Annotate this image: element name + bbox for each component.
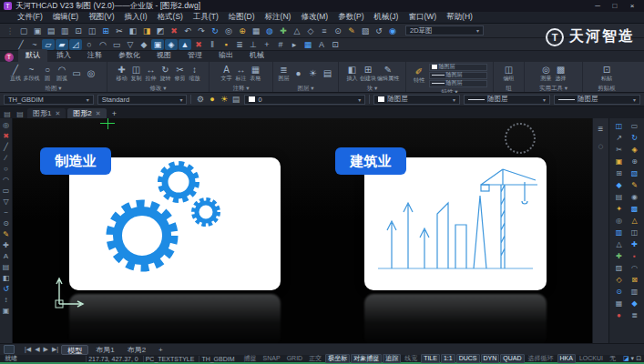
menu-item[interactable]: 帮助(H) xyxy=(442,12,477,23)
ribbon-tool[interactable]: ◎ xyxy=(85,68,98,79)
tool-icon[interactable]: ⊠ xyxy=(629,274,640,285)
tool-icon[interactable]: ✖ xyxy=(1,131,12,141)
toolbar-icon[interactable]: △ xyxy=(291,25,303,36)
toolbar-icon[interactable]: ▲ xyxy=(179,39,191,50)
ribbon-tool[interactable]: ↻旋转 xyxy=(158,65,172,82)
tool-icon[interactable]: ✚ xyxy=(1,240,12,250)
ribbon-tool[interactable]: ▦表格 xyxy=(249,65,262,82)
toolbar-icon[interactable]: ⊡ xyxy=(329,39,342,50)
ribbon-tool[interactable]: ≣图层 xyxy=(277,65,291,82)
tool-icon[interactable]: ▨ xyxy=(613,262,625,273)
toolbar-icon[interactable]: ◿ xyxy=(69,39,82,50)
tool-icon[interactable]: ⊞ xyxy=(613,167,625,178)
manufacturing-card[interactable] xyxy=(69,157,281,290)
status-toggle[interactable]: SNAP xyxy=(261,354,283,363)
toolbar-icon[interactable]: ↻ xyxy=(209,25,221,36)
toolbar-icon[interactable]: ⊕ xyxy=(236,25,249,36)
status-toggle[interactable]: 正交 xyxy=(306,354,324,363)
status-toggle[interactable]: 无 xyxy=(607,354,618,363)
tool-icon[interactable]: ✦ xyxy=(613,203,625,214)
status-toggle[interactable]: 极坐标 xyxy=(325,354,350,363)
toolbar-icon[interactable]: ▣ xyxy=(31,25,44,36)
status-toggle[interactable]: 对象捕捉 xyxy=(351,354,382,363)
minimize-button[interactable]: ─ xyxy=(589,1,606,11)
workspace-dropdown[interactable]: 2D草图 ▾ xyxy=(405,25,484,35)
tool-icon[interactable]: ~ xyxy=(1,207,12,217)
tool-icon[interactable]: ▦ xyxy=(613,298,625,308)
new-tab-button[interactable]: + xyxy=(108,109,120,118)
tool-icon[interactable]: ↻ xyxy=(629,132,640,143)
toolbar-icon[interactable]: ◆ xyxy=(138,39,150,50)
tool-icon[interactable]: ◈ xyxy=(629,144,640,155)
tool-icon[interactable]: ▤ xyxy=(1,262,12,272)
lineweight-dropdown[interactable]: 随图层 xyxy=(429,80,487,87)
tool-icon[interactable]: ↺ xyxy=(1,284,12,294)
status-toggle[interactable]: HKA xyxy=(557,354,576,363)
menu-item[interactable]: 标注(N) xyxy=(261,12,296,23)
menu-item[interactable]: 格式(S) xyxy=(153,12,188,23)
layout-tab[interactable]: 布局2 xyxy=(122,345,151,355)
tool-icon[interactable]: ✂ xyxy=(613,144,625,155)
navigation-icon[interactable]: ≡ xyxy=(598,124,604,134)
ribbon-tool[interactable]: ↔拉伸 xyxy=(144,65,158,82)
tool-icon[interactable]: ✎ xyxy=(629,179,640,190)
tool-icon[interactable]: ◠ xyxy=(629,262,640,273)
layout-tab[interactable]: 布局1 xyxy=(90,345,119,355)
toolbar-icon[interactable]: ◍ xyxy=(263,25,276,36)
toolbar-icon[interactable]: ≡ xyxy=(318,25,331,36)
tool-icon[interactable]: ○ xyxy=(1,164,12,174)
tool-icon[interactable]: ╱ xyxy=(1,142,12,152)
linetype-control-dropdown[interactable]: 随图层 ▾ xyxy=(464,95,550,105)
toolbar-icon[interactable]: ▤ xyxy=(45,25,57,36)
toolbar-icon[interactable]: ▧ xyxy=(359,25,372,36)
menu-item[interactable]: 插入(I) xyxy=(120,12,152,23)
ribbon-tool[interactable]: ◫编组 xyxy=(502,65,516,82)
lineweight-control-dropdown[interactable]: 随图层 ▾ xyxy=(554,95,640,105)
tool-icon[interactable]: ◫ xyxy=(613,120,625,131)
view-compass[interactable] xyxy=(505,123,536,154)
menu-item[interactable]: 机械(J) xyxy=(370,12,404,23)
tool-icon[interactable]: ⊙ xyxy=(613,286,625,297)
status-toggle[interactable]: 线宽 xyxy=(402,354,420,363)
status-toggle[interactable]: TILE xyxy=(421,354,440,363)
toolbar-icon[interactable]: ✖ xyxy=(168,25,180,36)
tool-icon[interactable]: A xyxy=(1,251,12,261)
ribbon-tool[interactable]: ◎测量 xyxy=(539,65,553,82)
toolbar-icon[interactable]: ◧ xyxy=(127,25,139,36)
tool-icon[interactable]: ▣ xyxy=(1,306,12,316)
toolbar-icon[interactable]: ▭ xyxy=(110,39,123,50)
tab-nav-arrow[interactable]: ▶| xyxy=(51,346,59,353)
drawing-tab-active[interactable]: 图形2 ✕ xyxy=(67,108,106,118)
tool-icon[interactable]: ✚ xyxy=(613,250,625,261)
panel-label[interactable]: 图层 ▾ xyxy=(275,84,336,92)
command-window-icon[interactable] xyxy=(4,345,15,354)
status-icon[interactable]: ⊡ xyxy=(636,355,641,362)
toolbar-icon[interactable]: ▢ xyxy=(17,25,30,36)
toolbar-icon[interactable]: ◠ xyxy=(97,39,109,50)
panel-label[interactable]: 剪贴板 xyxy=(585,84,629,92)
menu-item[interactable]: 视图(V) xyxy=(84,12,118,23)
color-control-dropdown[interactable]: 随图层 ▾ xyxy=(373,95,460,105)
tool-icon[interactable]: ▣ xyxy=(613,156,625,167)
toolbar-icon[interactable]: ◎ xyxy=(222,25,235,36)
tool-icon[interactable]: ≣ xyxy=(629,309,640,320)
toolbar-icon[interactable]: ◉ xyxy=(386,25,399,36)
toolbar-icon[interactable]: ↺ xyxy=(373,25,385,36)
tool-icon[interactable]: ▤ xyxy=(613,191,625,202)
tab-nav-arrow[interactable]: ▶ xyxy=(43,346,49,353)
ribbon-tab[interactable]: 输出 xyxy=(211,49,240,62)
maximize-button[interactable]: □ xyxy=(607,1,623,11)
panel-label[interactable]: 注释 ▾ xyxy=(211,84,271,92)
tool-icon[interactable]: ◫ xyxy=(629,227,640,238)
layer-state-icon[interactable]: ☀ xyxy=(219,94,229,105)
panel-label[interactable]: 绘图 ▾ xyxy=(2,84,105,92)
ribbon-tab[interactable]: 管理 xyxy=(180,49,210,62)
textstyle-dropdown[interactable]: Standard▾ xyxy=(97,95,188,105)
tab-nav-arrow[interactable]: |◀ xyxy=(24,346,32,353)
menu-item[interactable]: 修改(M) xyxy=(296,12,332,23)
ribbon-tool[interactable]: ▭ xyxy=(70,68,84,79)
toolbar-icon[interactable]: ▣ xyxy=(151,39,164,50)
tool-icon[interactable]: ▧ xyxy=(629,167,640,178)
tool-icon[interactable]: ▪ xyxy=(629,250,640,261)
tool-icon[interactable]: ◠ xyxy=(1,175,12,185)
